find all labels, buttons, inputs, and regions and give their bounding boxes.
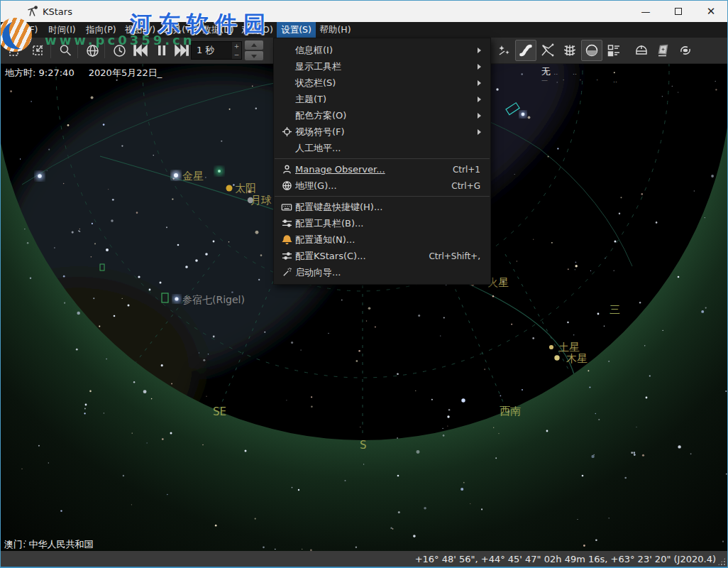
globe-icon	[278, 180, 295, 192]
direction-label-se: SE	[213, 405, 226, 418]
toggle-coordinate-grid-button[interactable]	[559, 40, 580, 61]
zoom-out-icon	[31, 43, 45, 58]
menu-item-color-schemes[interactable]: 配色方案(O)	[274, 107, 490, 124]
constellation-label: 三	[610, 303, 620, 317]
horizon-icon	[584, 43, 600, 58]
menu-item-configure-notifications[interactable]: 配置通知(N)...	[274, 231, 490, 248]
menu-item-theme[interactable]: 主题(T)	[274, 91, 490, 107]
stars-icon	[496, 43, 512, 58]
planet-label-venus[interactable]: 金星	[182, 170, 204, 183]
menu-item-show-toolbars[interactable]: 显示工具栏	[274, 58, 490, 75]
maximize-button[interactable]	[662, 1, 695, 22]
time-info-box[interactable]: 地方时: 9:27:40 2020年5月22日_	[5, 67, 162, 80]
toggle-constellation-lines-button[interactable]	[537, 40, 558, 61]
settings-dropdown-menu: 信息框(I) 显示工具栏 状态栏(S) 主题(T) 配色方案(O) 视场符号(F…	[273, 38, 491, 285]
galaxies-button[interactable]	[675, 40, 696, 61]
info-boxes-icon	[606, 43, 622, 58]
menu-item-configure-shortcuts[interactable]: 配置键盘快捷键(H)...	[274, 199, 490, 215]
menu-item-statusbar[interactable]: 状态栏(S)	[274, 75, 490, 91]
menu-help[interactable]: 帮助(H)	[316, 22, 355, 38]
statusbar-coordinates: +16° 48' 56", +44° 45' 47" 02h 49m 16s, …	[415, 554, 727, 564]
menu-item-info-boxes[interactable]: 信息框(I)	[274, 42, 490, 58]
timestep-input[interactable]: 1 秒 +−	[191, 41, 242, 60]
observatory-dome-button[interactable]	[631, 40, 652, 61]
window-title: KStars	[43, 6, 72, 17]
galaxy-icon	[678, 43, 693, 58]
menu-settings[interactable]: 设置(S)	[277, 22, 316, 38]
menu-item-configure-toolbars[interactable]: 配置工具栏(B)...	[274, 215, 490, 231]
menu-item-fov-symbols[interactable]: 视场符号(F)	[274, 124, 490, 140]
submenu-arrow-icon	[478, 96, 485, 103]
timestep-stepper[interactable]: +−	[232, 42, 241, 59]
sliders-icon	[278, 250, 295, 263]
toggle-infoboxes-button[interactable]	[603, 40, 624, 61]
timestep-up-button[interactable]	[245, 40, 263, 50]
milky-way-icon	[518, 43, 534, 58]
kstars-app-icon	[26, 6, 38, 18]
menu-item-geographic[interactable]: 地理(G)... Ctrl+G	[274, 178, 490, 194]
menu-item-manage-observer[interactable]: Manage Observer... Ctrl+1	[274, 161, 490, 178]
menu-separator	[275, 196, 490, 197]
maximize-icon	[675, 8, 682, 15]
geo-info-box[interactable]: 澳门: 中华人民共和国 · ·· ˉ· · · · ·	[4, 538, 110, 551]
submenu-arrow-icon	[478, 80, 485, 87]
menu-separator	[275, 158, 490, 159]
menu-item-artificial-horizon[interactable]: 人工地平...	[274, 140, 490, 156]
submenu-arrow-icon	[478, 47, 485, 54]
toggle-ground-button[interactable]	[581, 40, 602, 61]
person-icon	[278, 163, 295, 176]
keyboard-icon	[278, 201, 295, 214]
toggle-stars-button[interactable]	[493, 40, 514, 61]
observatory-dome-icon	[634, 43, 649, 58]
direction-label-s: S	[360, 439, 367, 452]
direction-label-sw: 西南	[500, 405, 521, 418]
wand-icon	[278, 266, 295, 279]
star-label-rigel[interactable]: 参宿七(Rigel)	[182, 294, 245, 307]
sliders-icon	[278, 217, 295, 230]
submenu-arrow-icon	[478, 112, 485, 119]
submenu-arrow-icon	[478, 63, 485, 70]
watermark-site-url: www.pc0359.cn	[45, 33, 195, 48]
minimize-button[interactable]: —	[629, 1, 662, 22]
focus-info-box[interactable]: 无 ‥ ‥ — · · · ‥	[541, 65, 624, 84]
menu-item-startup-wizard[interactable]: 启动向导...	[274, 264, 490, 280]
fov-target-icon	[278, 126, 295, 138]
satellites-button[interactable]	[653, 40, 674, 61]
close-button[interactable]: ✕	[695, 1, 727, 22]
constellation-lines-icon	[540, 43, 556, 58]
bell-icon	[278, 234, 295, 246]
satellite-flag-icon	[656, 43, 671, 58]
timestep-down-button[interactable]	[245, 51, 263, 60]
submenu-arrow-icon	[478, 129, 485, 136]
menu-item-configure-kstars[interactable]: 配置KStars(C)... Ctrl+Shift+,	[274, 248, 490, 264]
titlebar: KStars — ✕	[1, 1, 727, 22]
statusbar: +16° 48' 56", +44° 45' 47" 02h 49m 16s, …	[1, 551, 727, 567]
planet-label-jupiter[interactable]: 木星	[566, 352, 588, 366]
planet-label-moon[interactable]: 月球	[250, 194, 272, 207]
kstars-window: KStars — ✕ 文件(F) 时间(I) 指向(P) 视图(V) 工具(T)…	[0, 0, 728, 568]
toggle-milkyway-button[interactable]	[515, 40, 536, 61]
coordinate-grid-icon	[562, 43, 578, 58]
